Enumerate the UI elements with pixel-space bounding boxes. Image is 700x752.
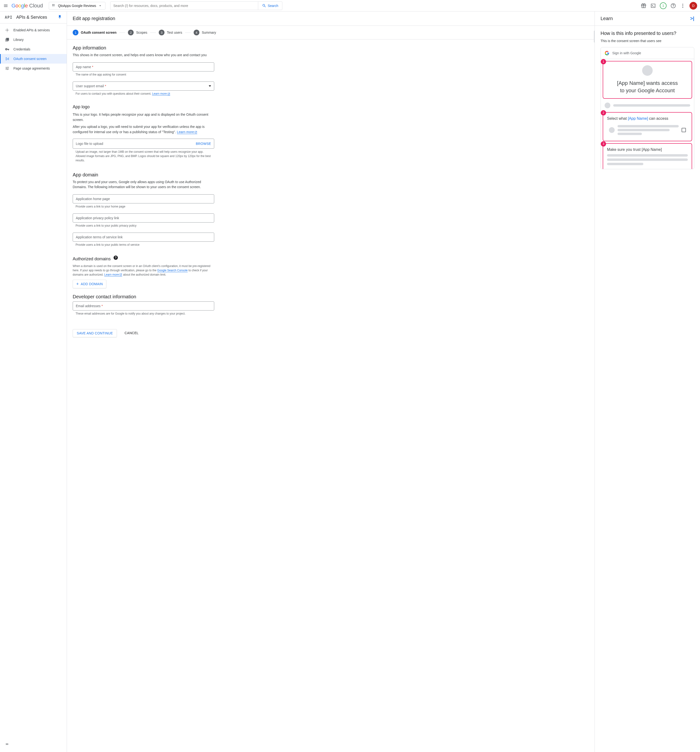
privacy-policy-field: Application privacy policy link Provide … [73, 213, 214, 232]
logo-upload-label: Logo file to upload [76, 142, 196, 146]
search-button[interactable]: Search [258, 2, 282, 10]
gift-icon[interactable] [641, 3, 646, 9]
sidebar-item-label: OAuth consent screen [13, 57, 47, 61]
dev-email-input[interactable]: Email addresses * [73, 301, 214, 311]
home-page-field: Application home page Provide users a li… [73, 194, 214, 213]
svg-point-1 [54, 4, 54, 5]
cloud-shell-icon[interactable] [650, 3, 656, 9]
preview-box-3: 3 Make sure you trust [App Name] [603, 143, 692, 169]
more-icon[interactable] [680, 3, 686, 9]
svg-point-0 [52, 4, 53, 5]
google-cloud-logo[interactable]: GoogleCloud [11, 3, 43, 9]
preview-scope-row [607, 123, 688, 137]
search-console-link[interactable]: Google Search Console [157, 269, 188, 272]
step-oauth-consent[interactable]: 1 OAuth consent screen [73, 30, 117, 36]
sidebar: API APIs & Services Enabled APIs & servi… [0, 11, 67, 752]
sidebar-item-credentials[interactable]: Credentials [0, 45, 67, 54]
sidebar-item-page-usage[interactable]: Page usage agreements [0, 64, 67, 73]
logo-upload-field: Logo file to upload BROWSE [73, 139, 214, 149]
auth-domains-title: Authorized domains [73, 256, 111, 261]
sidebar-item-oauth-consent[interactable]: OAuth consent screen [0, 54, 67, 64]
project-picker[interactable]: QloApps Google Reviews [49, 2, 106, 9]
preview-subtitle: Make sure you trust [App Name] [607, 148, 688, 152]
enabled-apis-icon [5, 28, 9, 33]
library-icon [5, 37, 9, 42]
svg-point-3 [54, 5, 54, 6]
home-page-input[interactable]: Application home page [73, 194, 214, 204]
tos-field: Application terms of service link Provid… [73, 233, 214, 251]
preview-number-1: 1 [601, 59, 606, 64]
panel-resize-handle[interactable] [594, 31, 595, 42]
pin-icon[interactable] [58, 15, 62, 20]
sidebar-nav: Enabled APIs & services Library Credenti… [0, 23, 67, 75]
google-g-icon [605, 51, 610, 56]
content: Edit app registration 1 OAuth consent sc… [67, 11, 595, 752]
preview-placeholder-bar [618, 129, 670, 131]
help-icon[interactable] [670, 3, 676, 9]
step-test-users[interactable]: 3 Test users [159, 30, 182, 36]
stepper: 1 OAuth consent screen 2 Scopes 3 Test u… [67, 26, 594, 39]
tos-input[interactable]: Application terms of service link [73, 233, 214, 242]
app-logo-title: App logo [73, 104, 214, 109]
svg-point-2 [52, 5, 53, 6]
user-avatar[interactable]: D [689, 2, 697, 9]
privacy-policy-help: Provide users a link to your public priv… [73, 222, 214, 232]
step-separator [119, 33, 125, 33]
preview-box-1: 1 [App Name] wants access to your Google… [603, 61, 692, 99]
preview-number-3: 3 [601, 141, 606, 146]
svg-point-5 [682, 3, 683, 5]
preview-account-row [603, 101, 692, 110]
preview-placeholder-bar [607, 158, 688, 161]
help-tooltip-icon[interactable]: ? [114, 256, 118, 260]
plus-icon: + [76, 282, 79, 286]
expand-icon[interactable]: >| [690, 16, 694, 21]
learn-more-link[interactable]: Learn more [177, 130, 198, 134]
preview-heading: [App Name] wants access to your Google A… [607, 79, 688, 95]
page-title: Edit app registration [67, 11, 594, 26]
app-name-field: App name * The name of the app asking fo… [73, 62, 214, 81]
support-email-field: User support email * For users to contac… [73, 81, 214, 100]
hamburger-menu-icon[interactable] [3, 3, 9, 9]
external-link-icon [119, 273, 122, 276]
api-badge: API [5, 15, 12, 20]
preview-placeholder-bar [613, 104, 690, 107]
search-input[interactable] [110, 2, 258, 9]
header-actions: 1 D [641, 2, 697, 9]
preview-box-2: 2 Select what [App Name] can access [603, 112, 692, 141]
sidebar-item-library[interactable]: Library [0, 35, 67, 45]
learn-more-link[interactable]: Learn more [104, 273, 122, 277]
step-summary[interactable]: 4 Summary [194, 30, 216, 36]
search-bar: Search [110, 2, 282, 10]
save-continue-button[interactable]: SAVE AND CONTINUE [73, 329, 117, 337]
browse-button[interactable]: BROWSE [196, 142, 211, 146]
learn-header: Learn >| [595, 11, 700, 26]
sidebar-item-label: Page usage agreements [13, 67, 50, 70]
cancel-button[interactable]: CANCEL [121, 329, 143, 337]
learn-more-link[interactable]: Learn more [152, 92, 170, 96]
preview-placeholder-bar [618, 125, 679, 127]
app-name-help: The name of the app asking for consent [73, 71, 214, 81]
sidebar-item-label: Credentials [13, 47, 30, 51]
notifications-badge[interactable]: 1 [660, 2, 667, 9]
preview-avatar-small [605, 103, 610, 108]
preview-signin-header: Sign in with Google [601, 47, 694, 59]
app-logo-desc1: This is your logo. It helps people recog… [73, 112, 214, 123]
learn-desc: This is the consent screen that users se… [600, 39, 694, 43]
support-email-select[interactable]: User support email * [73, 81, 214, 90]
add-domain-button[interactable]: + ADD DOMAIN [73, 280, 106, 288]
collapse-sidebar-icon[interactable] [5, 742, 9, 747]
step-scopes[interactable]: 2 Scopes [128, 30, 147, 36]
svg-point-6 [682, 5, 683, 6]
privacy-policy-input[interactable]: Application privacy policy link [73, 213, 214, 222]
preview-subtitle: Select what [App Name] can access [607, 117, 688, 121]
sidebar-item-label: Enabled APIs & services [13, 28, 50, 32]
app-name-input[interactable]: App name * [73, 62, 214, 71]
preview-scope-icon [609, 127, 614, 133]
project-name: QloApps Google Reviews [58, 4, 96, 8]
sidebar-item-enabled-apis[interactable]: Enabled APIs & services [0, 25, 67, 35]
dev-contact-title: Developer contact information [73, 294, 214, 300]
app-logo-desc2: After you upload a logo, you will need t… [73, 124, 214, 135]
support-email-help: For users to contact you with questions … [73, 90, 214, 100]
sidebar-title: APIs & Services [16, 15, 47, 20]
step-separator [185, 33, 191, 33]
